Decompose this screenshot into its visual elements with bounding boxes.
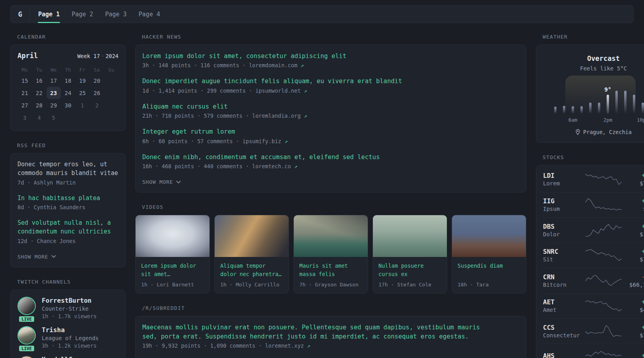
stock-price: $156.28	[622, 231, 644, 237]
weather-tick: 6am	[568, 117, 577, 123]
calendar-day[interactable]: 24	[61, 87, 75, 99]
calendar-card: April Week 17·2024 MoTuWeThFrSaSu 151617…	[10, 45, 126, 131]
twitch-channel-row[interactable]: LIVE ForrestBurton Counter-Strike 1h · 1…	[17, 297, 118, 319]
rss-show-more-button[interactable]: SHOW MORE	[17, 254, 56, 260]
calendar-weekday: We	[47, 67, 61, 73]
calendar-day[interactable]: 27	[17, 99, 32, 111]
video-title[interactable]: Mauris sit amet massa felis	[294, 257, 368, 278]
channel-name[interactable]: KendallCarr	[42, 356, 84, 358]
rss-item-title[interactable]: Sed volutpat nulla nisl, a condimentum n…	[17, 219, 118, 236]
weather-bar-slot	[621, 79, 630, 114]
calendar-day[interactable]: 20	[89, 74, 104, 87]
hn-item-title[interactable]: Lorem ipsum dolor sit amet, consectetur …	[142, 52, 519, 60]
rss-item: In hac habitasse platea 8d · Cynthia Sau…	[17, 194, 118, 211]
weather-bar-slot	[586, 79, 595, 114]
hn-item-title[interactable]: Donec enim nibh, condimentum et accumsan…	[142, 153, 519, 161]
stock-row[interactable]: DBSDolor +1.42%$156.28	[543, 217, 644, 243]
calendar-day[interactable]: 17	[47, 74, 61, 87]
app-logo[interactable]: G	[11, 6, 30, 23]
twitch-channel-row[interactable]: LIVE Trisha League of Legends 3h · 1.2k …	[17, 326, 118, 349]
channel-name[interactable]: ForrestBurton	[42, 297, 97, 304]
stock-row[interactable]: AHS +0.46%	[543, 344, 644, 358]
calendar-day[interactable]: 28	[32, 99, 46, 111]
external-link-icon[interactable]: ↗	[285, 138, 288, 144]
tab-page-1[interactable]: Page 1	[32, 6, 66, 23]
calendar-day-grid: 1516171819202122232425262728293012345	[17, 74, 118, 124]
calendar-day[interactable]: 15	[17, 74, 32, 87]
calendar-day[interactable]: 30	[61, 99, 75, 111]
hn-show-more-button[interactable]: SHOW MORE	[142, 179, 181, 185]
weather-bar	[642, 103, 644, 114]
calendar-day[interactable]: 3	[17, 111, 32, 124]
calendar-day[interactable]: 16	[32, 74, 46, 87]
video-title[interactable]: Aliquam tempor dolor nec pharetra…	[215, 257, 289, 278]
stock-row[interactable]: CRNBitcorn -1.00%$66,171.48	[543, 268, 644, 293]
calendar-day[interactable]: 29	[47, 99, 61, 111]
external-link-icon[interactable]: ↗	[301, 62, 304, 68]
calendar-day[interactable]: 5	[47, 111, 61, 124]
calendar-day[interactable]: 26	[89, 87, 104, 99]
video-meta: 7h · Grayson Dawson	[294, 278, 368, 293]
stock-symbol: SNRC	[543, 248, 585, 255]
tab-page-4[interactable]: Page 4	[133, 6, 166, 23]
twitch-channel-row[interactable]: KendallCarr	[17, 356, 118, 358]
rss-item-title[interactable]: In hac habitasse platea	[17, 194, 118, 203]
external-link-icon[interactable]: ↗	[304, 88, 307, 94]
weather-tick	[551, 117, 560, 123]
tab-page-3[interactable]: Page 3	[99, 6, 132, 23]
channel-category: Counter-Strike	[42, 305, 97, 312]
hackernews-widget: HACKER NEWS Lorem ipsum dolor sit amet, …	[135, 34, 526, 193]
calendar-weekday: Fr	[75, 67, 89, 73]
rss-card: Donec tempor eros leo, ut commodo mauris…	[10, 153, 126, 267]
external-link-icon[interactable]: ↗	[307, 342, 310, 349]
calendar-day[interactable]: 2	[89, 99, 104, 111]
calendar-day[interactable]: 4	[32, 111, 46, 124]
video-title[interactable]: Nullam posuere cursus ex	[373, 257, 447, 278]
hn-item-meta: 1d · 1,414 points · 299 comments · ipsum…	[142, 88, 519, 94]
video-card[interactable]: Lorem ipsum dolor sit amet consectetu… 1…	[135, 215, 210, 294]
stock-row[interactable]: LDILorem +4.35%$795.18	[543, 167, 644, 192]
video-card[interactable]: Mauris sit amet massa felis 7h · Grayson…	[293, 215, 368, 294]
stock-row[interactable]: IIGIpsum +2.84%$42.04	[543, 192, 644, 218]
video-thumbnail	[215, 215, 289, 257]
calendar-day[interactable]: 22	[32, 87, 46, 99]
calendar-day[interactable]: 25	[75, 87, 89, 99]
rss-item-title[interactable]: Donec tempor eros leo, ut commodo mauris…	[17, 160, 118, 178]
subreddit-widget-label: /R/SUBREDDIT	[142, 305, 526, 311]
calendar-day[interactable]: 23	[47, 87, 61, 99]
hn-item-title[interactable]: Donec imperdiet augue tincidunt felis al…	[142, 77, 519, 86]
video-card[interactable]: Aliquam tempor dolor nec pharetra… 1h · …	[214, 215, 289, 294]
stock-row[interactable]: AETAmet +0.92%$499.72	[543, 293, 644, 319]
reddit-post: Maecenas mollis pulvinar erat non posuer…	[142, 323, 519, 349]
hn-item-title[interactable]: Integer eget rutrum lorem	[142, 127, 519, 136]
current-temp-label: 9°	[604, 86, 611, 93]
video-title[interactable]: Lorem ipsum dolor sit amet consectetu…	[136, 257, 209, 278]
stock-change: +0.46%	[622, 352, 644, 358]
stock-sparkline	[585, 171, 622, 187]
video-card[interactable]: Suspendis diam 18h · Tara	[452, 215, 526, 294]
stock-row[interactable]: CCSConsectetur +0.51%$165.84	[543, 318, 644, 344]
video-title[interactable]: Suspendis diam	[452, 257, 526, 278]
reddit-post-title[interactable]: Maecenas mollis pulvinar erat non posuer…	[142, 323, 484, 341]
weather-widget-label: WEATHER	[543, 34, 644, 40]
channel-name[interactable]: Trisha	[42, 326, 99, 334]
tab-page-2[interactable]: Page 2	[66, 6, 99, 23]
subreddit-card: Maecenas mollis pulvinar erat non posuer…	[135, 316, 526, 358]
calendar-day[interactable]: 18	[61, 74, 75, 87]
weather-tick	[586, 117, 595, 123]
calendar-widget: CALENDAR April Week 17·2024 MoTuWeThFrSa…	[10, 34, 126, 131]
twitch-widget-label: TWITCH CHANNELS	[17, 279, 126, 285]
video-card[interactable]: Nullam posuere cursus ex 17h · Stefan Co…	[372, 215, 447, 294]
calendar-day[interactable]: 1	[75, 99, 89, 111]
external-link-icon[interactable]: ↗	[304, 113, 307, 119]
calendar-day[interactable]: 19	[75, 74, 89, 87]
stock-sparkline	[585, 348, 622, 358]
weather-tick	[612, 117, 621, 123]
video-meta: 17h · Stefan Cole	[373, 278, 447, 293]
calendar-weekday: Tu	[32, 67, 46, 73]
stock-row[interactable]: SNRCSit +1.36%$148.64	[543, 243, 644, 268]
hn-item-title[interactable]: Aliquam nec cursus elit	[142, 102, 519, 111]
calendar-day[interactable]: 21	[17, 87, 32, 99]
external-link-icon[interactable]: ↗	[294, 163, 297, 169]
stock-name: Amet	[543, 307, 585, 313]
